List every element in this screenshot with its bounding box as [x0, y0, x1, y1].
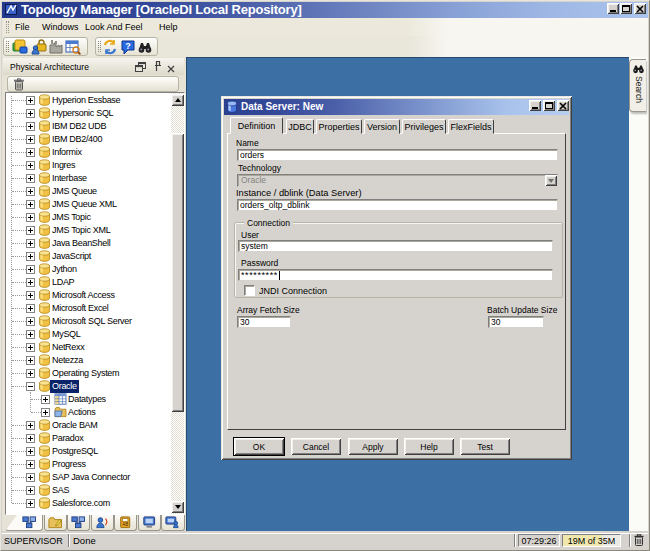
- svg-text:AB: AB: [122, 522, 128, 527]
- svg-text:?: ?: [125, 41, 131, 51]
